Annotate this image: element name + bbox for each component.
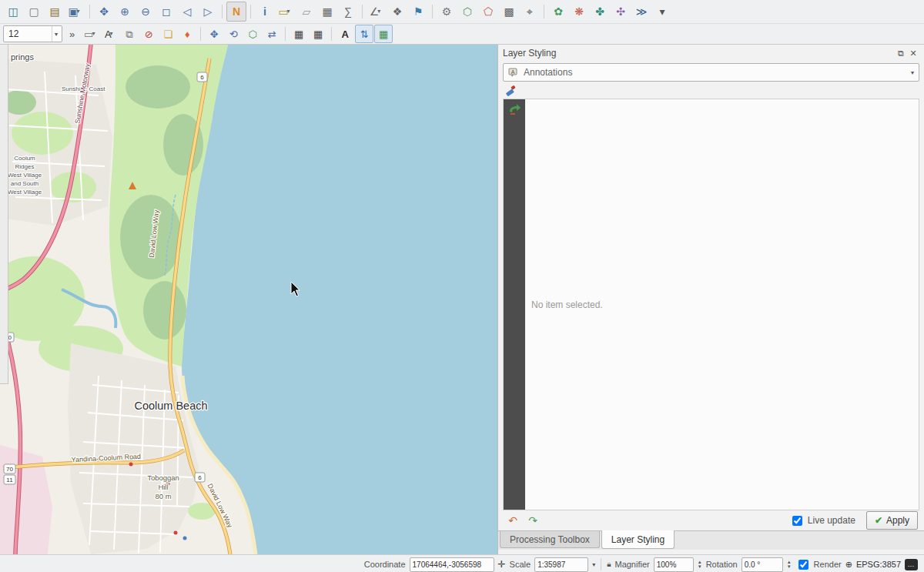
render-label: Render <box>814 560 842 569</box>
live-update-input[interactable] <box>792 516 802 526</box>
identify-features-button[interactable]: i <box>255 2 275 22</box>
html-annotation-button[interactable]: ⧉ <box>120 25 139 43</box>
python-console-button[interactable]: ≫ <box>631 2 651 22</box>
layer-selector-combo[interactable]: A Annotations ▾ <box>503 63 919 82</box>
empty-message: No item selected. <box>525 299 603 310</box>
apply-button[interactable]: ✔ Apply <box>866 511 918 530</box>
overview-map-icon: ▦ <box>313 29 323 39</box>
zoom-last-button[interactable]: ◁ <box>177 2 197 22</box>
toolbar-overflow-chevron[interactable]: » <box>63 28 81 40</box>
collapsed-panel-strip[interactable] <box>0 45 8 384</box>
topology-icon: ⬡ <box>463 6 472 17</box>
tab-layer-styling[interactable]: Layer Styling <box>601 530 675 549</box>
zoom-full-button[interactable]: ◻ <box>156 2 176 22</box>
new-shapefile-layer-button[interactable]: N <box>226 2 246 22</box>
sticky-note-annotation-button[interactable]: ❏ <box>159 25 177 43</box>
zoom-in-button[interactable]: ⊕ <box>115 2 135 22</box>
attribute-table-icon: ▦ <box>322 6 332 17</box>
check-geometries-icon: ⬠ <box>484 6 493 17</box>
poi-dot <box>174 531 178 535</box>
plugin-green-button[interactable]: ✿ <box>548 2 568 22</box>
render-input[interactable] <box>798 560 808 570</box>
messages-icon[interactable]: … <box>905 559 918 570</box>
marker-annotation-button[interactable]: ♦ <box>178 25 196 43</box>
annotations-layer-icon: A <box>508 68 519 77</box>
zoom-out-button[interactable]: ⊖ <box>136 2 156 22</box>
topology-checker-button[interactable]: ⬡ <box>457 2 477 22</box>
data-source-manager-icon: ◫ <box>8 6 18 17</box>
poi-dot <box>129 463 133 467</box>
plugin-purple-icon: ✣ <box>616 6 625 17</box>
html-annotation-icon: ⧉ <box>126 29 133 39</box>
render-checkbox[interactable]: Render <box>795 557 842 572</box>
node-tool-button[interactable]: ⬡ <box>243 25 262 43</box>
measure-line-button[interactable]: ∠▾ <box>367 2 387 22</box>
identify-features-icon: i <box>263 6 266 17</box>
auto-text-button[interactable]: A <box>336 25 354 43</box>
crs-icon[interactable]: ⊕ <box>845 560 852 570</box>
undock-panel-button[interactable]: ⧉ <box>895 47 907 59</box>
style-undo-button[interactable]: ↶ <box>504 512 521 529</box>
tab-processing-toolbox[interactable]: Processing Toolbox <box>500 531 600 548</box>
live-update-checkbox[interactable]: Live update <box>789 513 855 528</box>
toolbar-separator <box>250 5 251 18</box>
open-project-button[interactable]: ▤ <box>45 2 65 22</box>
deselect-features-button[interactable]: ▱ <box>296 2 316 22</box>
magnifier-spinner[interactable]: ▲▼ <box>698 560 702 569</box>
select-features-button[interactable]: ▭▾ <box>276 2 296 22</box>
font-size-combo[interactable]: 12 ▾ <box>3 25 62 42</box>
panel-tab-bar: Processing Toolbox Layer Styling <box>498 530 924 550</box>
coordinate-input[interactable] <box>410 557 494 572</box>
new-project-button[interactable]: ▢ <box>24 2 44 22</box>
overview-map-2-button[interactable]: ▦ <box>309 25 327 43</box>
toggle-annotation-tool-button[interactable]: ⇅ <box>355 25 373 43</box>
rotate-annotation-button[interactable]: ⟲ <box>224 25 243 43</box>
toggle-layer-visibility-button[interactable]: ▦ <box>374 25 393 43</box>
map-tips-button[interactable]: ❖ <box>387 2 407 22</box>
raster-calculator-icon: ▩ <box>504 6 514 17</box>
chevron-down-icon[interactable]: ▾ <box>592 561 595 568</box>
lock-scale-icon[interactable]: 🔒︎ <box>607 560 611 569</box>
layer-styling-panel: Layer Styling ⧉ ✕ A Annotations ▾ <box>497 45 924 554</box>
style-redo-button[interactable]: ↷ <box>524 512 541 529</box>
options-menu-button[interactable]: ▾ <box>652 2 672 22</box>
apply-check-icon: ✔ <box>875 515 882 526</box>
overview-map-1-button[interactable]: ▦ <box>290 25 308 43</box>
pan-map-button[interactable]: ✥ <box>94 2 114 22</box>
rotation-input[interactable] <box>742 557 783 572</box>
annotation-style-button[interactable]: ▭▾ <box>82 25 100 43</box>
text-annotation-button[interactable]: A▾ <box>101 25 119 43</box>
data-source-manager-button[interactable]: ◫ <box>3 2 23 22</box>
new-bookmark-button[interactable]: ⚑ <box>408 2 428 22</box>
magnifier-input[interactable] <box>654 557 694 572</box>
plugin-purple-button[interactable]: ✣ <box>611 2 631 22</box>
remove-annotation-button[interactable]: ⊘ <box>139 25 158 43</box>
check-geometries-button[interactable]: ⬠ <box>478 2 498 22</box>
mouse-position-icon[interactable]: ✛ <box>498 559 506 570</box>
offset-curve-button[interactable]: ⇄ <box>263 25 281 43</box>
open-attribute-table-button[interactable]: ▦ <box>317 2 337 22</box>
new-shapefile-layer-icon: N <box>233 6 240 17</box>
save-project-button[interactable]: ▣▾ <box>65 2 85 22</box>
toolbar-separator <box>200 27 201 41</box>
plugin-red-icon: ❋ <box>574 6 584 17</box>
rotation-spinner[interactable]: ▲▼ <box>787 560 792 569</box>
scale-input[interactable] <box>534 557 588 572</box>
zoom-next-button[interactable]: ▷ <box>198 2 218 22</box>
field-calculator-button[interactable]: ∑ <box>338 2 358 22</box>
toolbar-separator <box>285 27 286 41</box>
crs-value[interactable]: EPSG:3857 <box>856 560 901 569</box>
georeferencer-icon: ⌖ <box>527 6 533 17</box>
processing-toolbox-button[interactable]: ⚙ <box>437 2 457 22</box>
pan-map-icon: ✥ <box>99 6 109 17</box>
georeferencer-button[interactable]: ⌖ <box>520 2 540 22</box>
label-hill-line: 80 m <box>155 492 171 500</box>
move-annotation-button[interactable]: ✥ <box>205 25 223 43</box>
map-canvas[interactable]: 6 70 70 11 6 prings Sunshine Coast Coolu… <box>0 45 497 554</box>
close-panel-button[interactable]: ✕ <box>907 47 919 59</box>
plugin-teal-button[interactable]: ✤ <box>590 2 610 22</box>
plugin-red-button[interactable]: ❋ <box>569 2 589 22</box>
raster-calculator-button[interactable]: ▩ <box>499 2 519 22</box>
plugin-green-icon: ✿ <box>554 6 563 17</box>
style-tab-strip[interactable] <box>504 99 525 510</box>
